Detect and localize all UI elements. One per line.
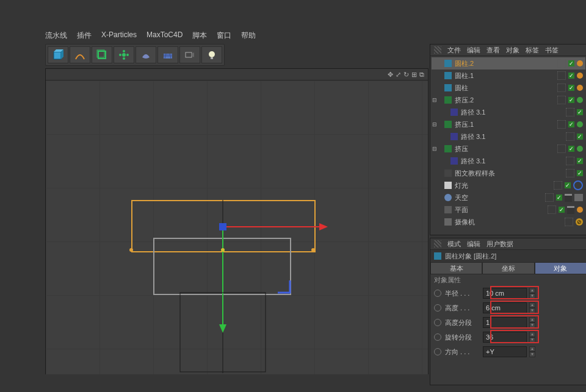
viewport-nav-zoom-icon[interactable]: ⤢ <box>396 71 401 79</box>
menu-item-window[interactable]: 窗口 <box>217 30 231 41</box>
property-anim-radio[interactable] <box>434 319 441 326</box>
property-spinner[interactable]: ▲▼ <box>529 302 535 313</box>
tag-area[interactable]: ✓ <box>557 96 583 104</box>
object-name-label[interactable]: 路径 3.1 <box>461 132 485 141</box>
panel-grip-icon[interactable] <box>434 46 441 54</box>
tree-row[interactable]: 路径 3.1✓ <box>432 130 585 143</box>
tag-area[interactable]: ✓ <box>557 144 583 153</box>
property-spinner[interactable]: ▲▼ <box>529 346 535 357</box>
viewport-nav-rotate-icon[interactable]: ↻ <box>403 71 409 79</box>
am-menu-edit[interactable]: 编辑 <box>467 240 480 249</box>
tab-object[interactable]: 对象 <box>535 262 586 274</box>
property-value-input[interactable]: 36 <box>483 332 527 343</box>
tag-area[interactable]: ✓ <box>566 157 583 165</box>
am-menu-userdata[interactable]: 用户数据 <box>487 240 513 249</box>
menu-item-xparticles[interactable]: X-Particles <box>101 30 137 41</box>
tab-coord[interactable]: 坐标 <box>482 262 534 274</box>
menu-item-pipeline[interactable]: 流水线 <box>45 30 67 41</box>
om-menu-file[interactable]: 文件 <box>447 46 461 55</box>
tree-row[interactable]: 路径 3.1✓ <box>432 106 585 118</box>
tree-row[interactable]: 摄像机⊘ <box>432 216 585 228</box>
tag-area[interactable]: ✓ <box>554 180 583 190</box>
property-spinner[interactable]: ▲▼ <box>529 288 535 299</box>
tool-camera[interactable] <box>179 46 200 63</box>
om-menu-bookmarks[interactable]: 书签 <box>545 46 559 55</box>
object-tree[interactable]: 圆柱.2✓圆柱.1✓圆柱✓⊟挤压.2✓路径 3.1✓⊟挤压.1✓路径 3.1✓⊟… <box>430 56 586 229</box>
property-anim-radio[interactable] <box>434 304 441 312</box>
viewport-nav-frame-icon[interactable]: ⊞ <box>411 71 417 79</box>
tree-row[interactable]: 图文教程样条✓ <box>432 167 585 179</box>
menu-item-script[interactable]: 脚本 <box>192 30 207 41</box>
object-name-label[interactable]: 图文教程样条 <box>455 169 495 178</box>
viewport-nav-pan-icon[interactable]: ✥ <box>388 71 393 79</box>
object-outline-1[interactable] <box>153 238 291 295</box>
object-name-label[interactable]: 摄像机 <box>455 218 475 227</box>
om-menu-view[interactable]: 查看 <box>487 46 500 55</box>
tag-area[interactable]: ⊘ <box>565 218 583 226</box>
tool-instance[interactable] <box>92 46 112 63</box>
tag-area[interactable]: ✓ <box>566 108 583 116</box>
tree-toggle-icon[interactable]: ⊟ <box>432 121 438 127</box>
property-row: 高度分段1▲▼ <box>430 315 586 330</box>
object-type-icon <box>444 71 452 80</box>
object-name-label[interactable]: 天空 <box>455 193 468 202</box>
tab-basic[interactable]: 基本 <box>430 262 482 274</box>
property-value-input[interactable]: 10 cm <box>483 288 527 299</box>
object-name-label[interactable]: 路径 3.1 <box>461 108 485 117</box>
object-name-label[interactable]: 圆柱 <box>455 84 468 93</box>
tag-area[interactable]: ✓ <box>557 84 583 92</box>
property-value-input[interactable]: 6 cm <box>483 302 527 313</box>
menu-item-maxtoc4d[interactable]: MaxToC4D <box>146 30 183 41</box>
tree-row[interactable]: 圆柱.1✓ <box>432 69 585 82</box>
object-name-label[interactable]: 挤压.2 <box>455 96 474 105</box>
menu-item-plugins[interactable]: 插件 <box>77 30 92 41</box>
tree-row[interactable]: 平面✓ <box>432 204 585 216</box>
tree-row[interactable]: 路径 3.1✓ <box>432 155 585 167</box>
svg-marker-16 <box>192 52 194 57</box>
tag-area[interactable]: ✓ <box>557 120 583 129</box>
tool-pen[interactable] <box>70 46 90 63</box>
tree-row[interactable]: ⊟挤压✓ <box>432 143 585 155</box>
tag-area[interactable]: ✓ <box>545 193 583 202</box>
tag-area[interactable]: ✓ <box>557 59 583 68</box>
tree-toggle-icon[interactable]: ⊟ <box>432 146 438 152</box>
viewport-nav-views-icon[interactable]: ⧉ <box>419 71 424 79</box>
tree-row[interactable]: 圆柱.2✓ <box>432 57 585 69</box>
menu-item-help[interactable]: 帮助 <box>241 30 256 41</box>
tool-light[interactable] <box>201 46 222 63</box>
property-anim-radio[interactable] <box>434 290 441 297</box>
tool-deformer[interactable] <box>136 46 156 63</box>
tag-area[interactable]: ✓ <box>557 71 583 80</box>
object-name-label[interactable]: 路径 3.1 <box>461 157 485 166</box>
tool-atom[interactable] <box>114 46 134 63</box>
tree-toggle-icon[interactable]: ⊟ <box>432 97 438 103</box>
object-name-label[interactable]: 圆柱.1 <box>455 71 474 80</box>
om-menu-edit[interactable]: 编辑 <box>467 46 480 55</box>
tree-row[interactable]: 灯光✓ <box>432 179 585 191</box>
property-value-input[interactable]: +Y <box>483 346 527 357</box>
viewport-canvas[interactable] <box>46 80 428 374</box>
tool-primitive-cube[interactable] <box>48 46 68 63</box>
tag-area[interactable]: ✓ <box>548 205 583 214</box>
object-name-label[interactable]: 灯光 <box>455 181 468 190</box>
property-anim-radio[interactable] <box>434 348 441 355</box>
tool-floor[interactable] <box>157 46 178 63</box>
property-value-input[interactable]: 1 <box>483 317 527 328</box>
am-menu-mode[interactable]: 模式 <box>447 240 461 249</box>
tree-row[interactable]: ⊟挤压.1✓ <box>432 118 585 130</box>
tree-row[interactable]: 天空✓ <box>432 191 585 204</box>
om-menu-objects[interactable]: 对象 <box>506 46 519 55</box>
om-menu-tags[interactable]: 标签 <box>526 46 539 55</box>
object-name-label[interactable]: 挤压.1 <box>455 120 474 129</box>
tree-row[interactable]: 圆柱✓ <box>432 82 585 94</box>
tag-area[interactable]: ✓ <box>566 132 583 141</box>
tree-row[interactable]: ⊟挤压.2✓ <box>432 94 585 106</box>
panel-grip-icon[interactable] <box>434 240 441 248</box>
tag-area[interactable]: ✓ <box>566 169 583 177</box>
object-name-label[interactable]: 挤压 <box>455 144 468 154</box>
object-name-label[interactable]: 圆柱.2 <box>455 59 474 68</box>
object-name-label[interactable]: 平面 <box>455 205 468 215</box>
property-spinner[interactable]: ▲▼ <box>529 332 535 343</box>
property-spinner[interactable]: ▲▼ <box>529 317 535 328</box>
property-anim-radio[interactable] <box>434 333 441 341</box>
